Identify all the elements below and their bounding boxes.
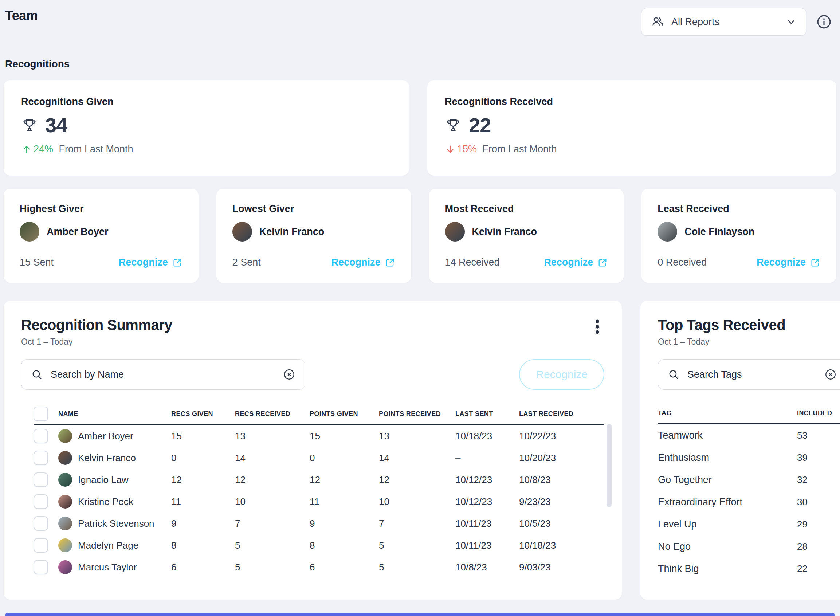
cell-points-given: 0 <box>309 452 379 464</box>
tag-row[interactable]: Enthusiasm 39 <box>658 447 840 469</box>
circle-x-icon[interactable] <box>283 368 295 381</box>
recognize-link[interactable]: Recognize <box>119 257 182 268</box>
kebab-menu-icon[interactable] <box>593 317 602 337</box>
leader-stat: 0 Received <box>658 257 707 268</box>
cell-name: Madelyn Page <box>78 540 138 551</box>
cell-last-received: 10/22/23 <box>519 431 604 442</box>
cell-included: 39 <box>797 452 840 463</box>
leader-stat: 15 Sent <box>20 257 54 268</box>
row-checkbox[interactable] <box>34 450 48 465</box>
row-checkbox[interactable] <box>34 429 48 443</box>
tag-row[interactable]: Level Up 29 <box>658 513 840 535</box>
cell-last-sent: 10/11/23 <box>455 540 519 551</box>
cell-points-given: 6 <box>309 562 379 573</box>
trophy-icon <box>21 117 38 134</box>
cell-tag: Enthusiasm <box>658 452 797 463</box>
row-checkbox[interactable] <box>34 494 48 509</box>
header-actions: All Reports <box>641 8 832 36</box>
recognitions-given-card: Recognitions Given 34 <box>4 80 409 176</box>
recognize-link[interactable]: Recognize <box>331 257 395 268</box>
col-last-received: LAST RECEIVED <box>519 410 604 418</box>
table-row[interactable]: Ignacio Law 12 12 12 12 10/12/23 10/8/23 <box>34 469 604 491</box>
recognize-link[interactable]: Recognize <box>544 257 608 268</box>
cell-last-received: 10/18/23 <box>519 540 604 551</box>
tags-table-header: TAG INCLUDED <box>658 403 840 424</box>
summary-table-header: NAME RECS GIVEN RECS RECEIVED POINTS GIV… <box>34 403 604 425</box>
search-by-name-input[interactable] <box>50 369 276 381</box>
cell-last-sent: 10/12/23 <box>455 496 519 507</box>
least-received-card: Least Received Cole Finlayson 0 Received… <box>642 189 836 283</box>
col-recs-given: RECS GIVEN <box>171 410 235 418</box>
stat-value: 22 <box>469 113 491 137</box>
circle-x-icon[interactable] <box>824 368 837 381</box>
trophy-icon <box>445 117 462 134</box>
avatar <box>58 495 72 509</box>
cell-last-sent: 10/8/23 <box>455 562 519 573</box>
cell-points-received: 13 <box>379 431 455 442</box>
cell-recs-given: 0 <box>171 452 235 464</box>
cell-included: 30 <box>797 497 840 508</box>
delta-percent: 15% <box>457 144 477 155</box>
recognition-summary-card: Recognition Summary Oct 1 – Today <box>4 301 622 600</box>
tags-title: Top Tags Received <box>658 317 840 333</box>
chevron-down-icon <box>786 16 797 27</box>
tag-row[interactable]: Teamwork 53 <box>658 424 840 447</box>
name-search <box>21 359 305 390</box>
table-row[interactable]: Patrick Stevenson 9 7 9 7 10/11/23 10/5/… <box>34 513 604 534</box>
cell-points-received: 5 <box>379 540 455 551</box>
cell-included: 32 <box>797 474 840 485</box>
cell-recs-given: 11 <box>171 496 235 507</box>
col-tag: TAG <box>658 409 797 417</box>
tag-row[interactable]: Go Together 32 <box>658 469 840 491</box>
info-icon[interactable] <box>816 14 832 30</box>
reports-dropdown[interactable]: All Reports <box>641 8 806 36</box>
col-included: INCLUDED <box>797 409 840 417</box>
avatar <box>58 538 72 552</box>
row-checkbox[interactable] <box>34 472 48 487</box>
cell-points-given: 11 <box>309 496 379 507</box>
leader-name: Kelvin Franco <box>472 226 537 238</box>
cell-last-received: 9/03/23 <box>519 562 604 573</box>
cell-last-received: 9/23/23 <box>519 496 604 507</box>
summary-date-range: Oct 1 – Today <box>21 337 604 347</box>
stat-delta: 15% From Last Month <box>445 144 819 155</box>
tag-row[interactable]: Think Big 22 <box>658 558 840 580</box>
recognize-button[interactable]: Recognize <box>519 359 604 390</box>
external-link-icon <box>597 258 608 268</box>
cell-last-sent: 10/18/23 <box>455 431 519 442</box>
tags-date-range: Oct 1 – Today <box>658 337 840 347</box>
table-row[interactable]: Madelyn Page 8 5 8 5 10/11/23 10/18/23 <box>34 534 604 556</box>
recognize-link-label: Recognize <box>544 257 593 268</box>
cell-included: 53 <box>797 430 840 441</box>
recognize-link[interactable]: Recognize <box>756 257 820 268</box>
row-checkbox[interactable] <box>34 516 48 531</box>
leader-card-title: Most Received <box>445 203 608 214</box>
cell-recs-received: 7 <box>235 518 309 529</box>
cell-included: 29 <box>797 519 840 530</box>
tag-row[interactable]: No Ego 28 <box>658 535 840 558</box>
summary-scrollbar[interactable] <box>607 424 611 507</box>
select-all-checkbox[interactable] <box>34 406 48 421</box>
search-tags-input[interactable] <box>687 369 817 381</box>
row-checkbox[interactable] <box>34 538 48 553</box>
cell-last-sent: 10/12/23 <box>455 474 519 485</box>
recognitions-received-card: Recognitions Received 22 <box>427 80 836 176</box>
avatar <box>232 222 252 242</box>
row-checkbox[interactable] <box>34 560 48 575</box>
cell-recs-received: 14 <box>235 452 309 464</box>
recognitions-heading: Recognitions <box>5 58 835 70</box>
stat-title: Recognitions Given <box>21 96 391 107</box>
search-icon <box>668 369 679 380</box>
cell-tag: No Ego <box>658 541 797 552</box>
cell-points-given: 12 <box>309 474 379 485</box>
avatar <box>58 429 72 443</box>
table-row[interactable]: Marcus Taylor 6 5 6 5 10/8/23 9/03/23 <box>34 556 604 578</box>
tag-row[interactable]: Extraordinary Effort 30 <box>658 491 840 513</box>
table-row[interactable]: Kelvin Franco 0 14 0 14 – 10/20/23 <box>34 447 604 469</box>
avatar <box>58 451 72 465</box>
cell-recs-given: 15 <box>171 431 235 442</box>
table-row[interactable]: Kristine Peck 11 10 11 10 10/12/23 9/23/… <box>34 491 604 513</box>
cell-name: Ignacio Law <box>78 474 129 485</box>
table-row[interactable]: Amber Boyer 15 13 15 13 10/18/23 10/22/2… <box>34 425 604 447</box>
stat-title: Recognitions Received <box>445 96 819 107</box>
